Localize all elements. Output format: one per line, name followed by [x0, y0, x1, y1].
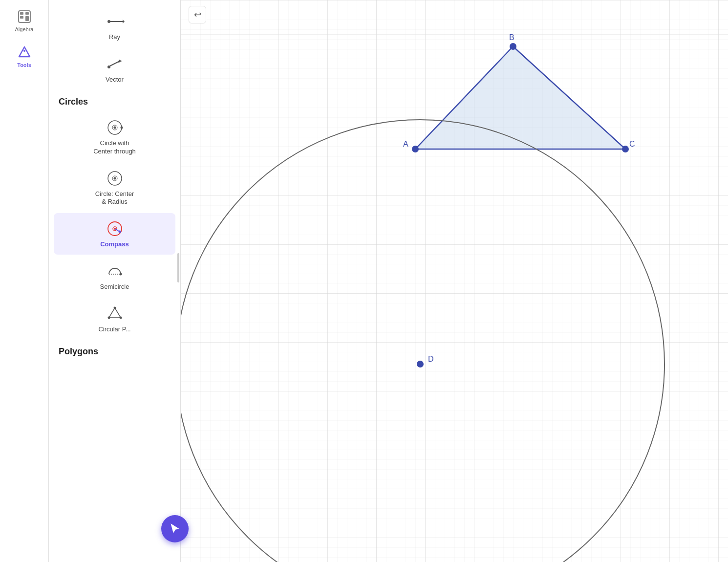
scroll-indicator [177, 253, 179, 282]
svg-marker-26 [109, 308, 121, 318]
svg-text:A: A [403, 140, 408, 148]
tool-circle-center-through[interactable]: Circle withCenter through [54, 112, 175, 162]
sidebar-icons: Algebra Tools [0, 0, 49, 562]
circle-center-radius-label: Circle: Center& Radius [95, 190, 134, 207]
svg-point-29 [107, 317, 110, 319]
vector-label: Vector [106, 76, 124, 84]
tool-ray[interactable]: Ray [54, 6, 175, 47]
svg-rect-31 [181, 0, 728, 562]
circle-center-through-icon [105, 118, 125, 137]
vector-icon [105, 54, 125, 74]
ray-icon [105, 12, 125, 31]
svg-point-15 [120, 126, 123, 129]
circle-center-radius-icon [105, 169, 125, 188]
tools-panel: Ray Vector Circles Circle withCenter thr… [49, 0, 181, 562]
svg-point-38 [510, 43, 516, 50]
tools-icon [17, 44, 32, 60]
polygons-section-header: Polygons [49, 341, 180, 361]
canvas-toolbar: ↩ [189, 6, 206, 23]
cursor-icon [169, 522, 181, 535]
grid-canvas: A B C D [181, 0, 728, 562]
circles-section-header: Circles [49, 91, 180, 111]
svg-text:D: D [428, 355, 434, 363]
ray-label: Ray [109, 33, 120, 42]
compass-icon [105, 219, 125, 238]
svg-text:C: C [629, 140, 635, 148]
svg-point-27 [113, 307, 116, 309]
svg-rect-3 [25, 12, 29, 15]
tool-semicircle[interactable]: Semicircle [54, 256, 175, 297]
undo-button[interactable]: ↩ [189, 6, 206, 23]
svg-point-39 [622, 146, 629, 152]
tools-label: Tools [17, 62, 31, 68]
tool-compass[interactable]: Compass [54, 213, 175, 255]
svg-point-13 [113, 126, 116, 129]
tool-circular[interactable]: Circular P... [54, 298, 175, 340]
svg-marker-8 [123, 20, 125, 23]
semicircle-icon [105, 261, 125, 281]
svg-point-28 [119, 317, 122, 319]
svg-rect-4 [25, 16, 29, 21]
cursor-fab[interactable] [161, 515, 189, 542]
svg-point-37 [412, 146, 419, 152]
svg-rect-2 [20, 16, 23, 19]
svg-point-5 [23, 50, 25, 52]
circular-label: Circular P... [98, 325, 130, 334]
circular-icon [105, 304, 125, 324]
svg-text:B: B [509, 33, 514, 42]
sidebar-item-tools[interactable]: Tools [5, 41, 44, 72]
svg-point-17 [113, 177, 116, 179]
svg-point-44 [417, 361, 424, 367]
svg-rect-1 [20, 12, 23, 15]
canvas-area[interactable]: A B C D ↩ [181, 0, 728, 562]
tool-circle-center-radius[interactable]: Circle: Center& Radius [54, 163, 175, 213]
circle-center-through-label: Circle withCenter through [93, 139, 136, 156]
sidebar-item-algebra[interactable]: Algebra [5, 5, 44, 37]
semicircle-label: Semicircle [100, 283, 129, 291]
compass-label: Compass [100, 240, 129, 249]
tool-vector[interactable]: Vector [54, 48, 175, 90]
svg-line-10 [110, 61, 120, 66]
algebra-icon [17, 9, 32, 24]
algebra-label: Algebra [15, 26, 34, 33]
